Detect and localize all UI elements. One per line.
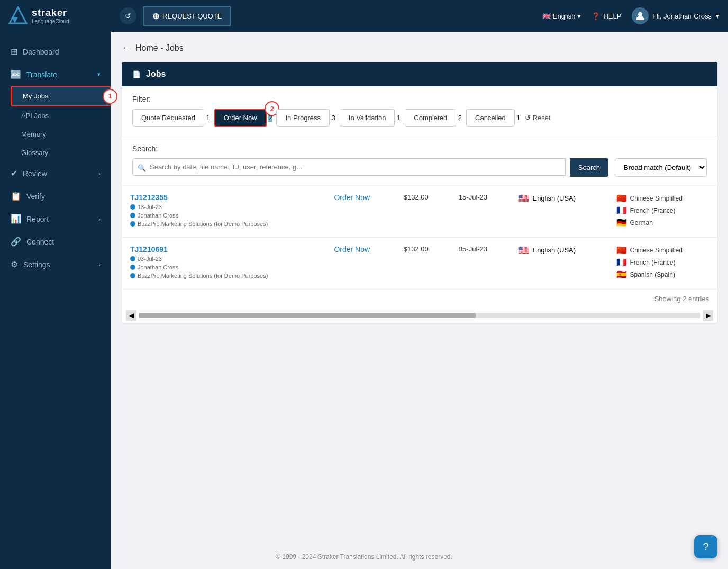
svg-marker-1 — [12, 17, 18, 23]
jobs-icon: 📄 — [132, 70, 141, 78]
filter-in-progress[interactable]: In Progress — [276, 109, 329, 127]
filter-quote-requested[interactable]: Quote Requested — [132, 109, 204, 127]
reset-button[interactable]: ↺ Reset — [525, 114, 551, 122]
nav-back-button[interactable]: ↺ — [120, 7, 136, 24]
scroll-left-button[interactable]: ◀ — [126, 310, 136, 321]
logo-sub-text: LanguageCloud — [32, 19, 69, 24]
svg-marker-0 — [10, 7, 26, 23]
user-menu[interactable]: Hi, Jonathan Cross ▾ — [632, 7, 720, 24]
job-action-cell: Order Now — [325, 238, 395, 290]
cancelled-wrapper: Cancelled 1 — [466, 109, 521, 127]
target-lang-name: French (France) — [630, 207, 676, 214]
job-meta-date: 13-Jul-23 — [130, 204, 317, 210]
translate-chevron-icon: ▾ — [97, 71, 101, 78]
top-nav: straker LanguageCloud ↺ ⊕ REQUEST QUOTE … — [0, 0, 728, 32]
breadcrumb: ← Home - Jobs — [122, 42, 717, 53]
showing-entries: Showing 2 entries — [122, 289, 717, 308]
sidebar-translate-submenu: My Jobs 1 API Jobs Memory Glossary — [0, 86, 111, 162]
job-meta-user: Jonathan Cross — [130, 264, 317, 270]
sidebar-item-translate[interactable]: 🔤 Translate ▾ — [0, 63, 111, 86]
order-now-link[interactable]: Order Now — [334, 245, 370, 254]
scrollbar-thumb — [139, 313, 476, 318]
job-date-cell: 15-Jul-23 — [450, 186, 511, 238]
sidebar-item-review[interactable]: ✔ Review › — [0, 162, 111, 185]
target-lang-item: 🇫🇷 French (France) — [616, 205, 709, 215]
target-flag: 🇫🇷 — [616, 205, 627, 215]
job-price: $132.00 — [404, 193, 429, 201]
job-price-cell: $132.00 — [395, 186, 450, 238]
job-id[interactable]: TJ1212355 — [130, 193, 317, 202]
scrollbar-row: ◀ ▶ — [122, 308, 717, 323]
sidebar-item-report[interactable]: 📊 Report › — [0, 207, 111, 230]
target-flag: 🇪🇸 — [616, 269, 627, 279]
plus-icon: ⊕ — [152, 11, 159, 21]
filter-order-now[interactable]: Order Now — [214, 109, 267, 127]
sidebar-item-settings[interactable]: ⚙ Settings › — [0, 253, 111, 276]
panel-title: Jobs — [146, 69, 166, 79]
source-lang-name: English (USA) — [532, 194, 576, 202]
nav-right: 🇬🇧 English ▾ ❓ HELP Hi, Jonathan Cross ▾ — [542, 7, 720, 24]
request-quote-label: REQUEST QUOTE — [162, 12, 222, 20]
scrollbar-track[interactable] — [139, 313, 700, 318]
sidebar-item-dashboard[interactable]: ⊞ Dashboard — [0, 40, 111, 63]
jobs-table: TJ1212355 13-Jul-23 Jonathan Cross BuzzP… — [122, 185, 717, 289]
filter-label: Filter: — [132, 95, 707, 103]
completed-wrapper: Completed 2 — [405, 109, 462, 127]
translate-icon: 🔤 — [11, 69, 21, 79]
target-lang-col: 🇨🇳 Chinese Simplified🇫🇷 French (France)🇩… — [616, 193, 709, 228]
jobs-panel: 📄 Jobs Filter: Quote Requested 1 Order N… — [122, 62, 717, 323]
sidebar-item-connect[interactable]: 🔗 Connect — [0, 230, 111, 253]
help-circle-icon: ❓ — [592, 12, 600, 20]
job-action-cell: Order Now — [325, 186, 395, 238]
sidebar-settings-label: Settings — [23, 260, 50, 269]
verify-icon: 📋 — [11, 191, 21, 201]
sidebar-item-api-jobs[interactable]: API Jobs — [11, 106, 111, 125]
filter-section: Filter: Quote Requested 1 Order Now 2 2 — [122, 86, 717, 136]
filter-buttons: Quote Requested 1 Order Now 2 2 In Progr… — [132, 109, 707, 127]
logo-main-text: straker — [32, 7, 69, 19]
scroll-right-button[interactable]: ▶ — [703, 310, 713, 321]
job-id-cell: TJ1212355 13-Jul-23 Jonathan Cross BuzzP… — [122, 186, 325, 238]
source-lang-item: 🇺🇸 English (USA) — [518, 245, 599, 255]
order-now-link[interactable]: Order Now — [334, 193, 370, 202]
target-flag: 🇨🇳 — [616, 245, 627, 255]
help-button[interactable]: ❓ HELP — [592, 12, 621, 20]
quote-requested-badge: 1 — [206, 114, 210, 122]
filter-in-validation[interactable]: In Validation — [340, 109, 395, 127]
in-validation-badge: 1 — [397, 114, 401, 122]
job-target-langs-cell: 🇨🇳 Chinese Simplified🇫🇷 French (France)🇪… — [608, 238, 717, 290]
search-input[interactable] — [132, 158, 566, 176]
table-row: TJ1210691 03-Jul-23 Jonathan Cross BuzzP… — [122, 238, 717, 290]
sidebar-item-my-jobs[interactable]: My Jobs 1 — [11, 86, 111, 106]
breadcrumb-back-icon[interactable]: ← — [122, 42, 131, 53]
target-lang-item: 🇫🇷 French (France) — [616, 257, 709, 267]
request-quote-button[interactable]: ⊕ REQUEST QUOTE — [143, 6, 231, 26]
help-label: HELP — [603, 12, 621, 20]
report-chevron-icon: › — [98, 216, 101, 222]
filter-cancelled[interactable]: Cancelled — [466, 109, 515, 127]
help-bubble-button[interactable]: ? — [694, 535, 717, 558]
sidebar-item-verify[interactable]: 📋 Verify — [0, 185, 111, 207]
job-id[interactable]: TJ1210691 — [130, 245, 317, 254]
target-lang-name: Chinese Simplified — [630, 195, 683, 202]
job-id-cell: TJ1210691 03-Jul-23 Jonathan Cross BuzzP… — [122, 238, 325, 290]
language-selector[interactable]: 🇬🇧 English ▾ — [542, 12, 581, 20]
job-meta-user: Jonathan Cross — [130, 212, 317, 219]
filter-completed[interactable]: Completed — [405, 109, 456, 127]
search-magnifier-icon: 🔍 — [138, 164, 146, 171]
sidebar-item-memory[interactable]: Memory — [11, 125, 111, 143]
sidebar-item-glossary[interactable]: Glossary — [11, 143, 111, 162]
logo-area: straker LanguageCloud — [8, 6, 120, 25]
sidebar-report-label: Report — [26, 215, 49, 223]
match-type-select[interactable]: Broad match (Default) Exact match — [615, 158, 707, 177]
target-flag: 🇨🇳 — [616, 193, 627, 203]
sidebar-review-label: Review — [23, 169, 47, 178]
job-price-cell: $132.00 — [395, 238, 450, 290]
in-progress-wrapper: In Progress 3 — [276, 109, 335, 127]
target-lang-name: French (France) — [630, 259, 676, 266]
job-meta-date: 03-Jul-23 — [130, 256, 317, 262]
job-meta-company: BuzzPro Marketing Solutions (for Demo Pu… — [130, 221, 317, 227]
search-button[interactable]: Search — [570, 158, 608, 177]
connect-icon: 🔗 — [11, 237, 21, 247]
logo-text: straker LanguageCloud — [32, 7, 69, 24]
